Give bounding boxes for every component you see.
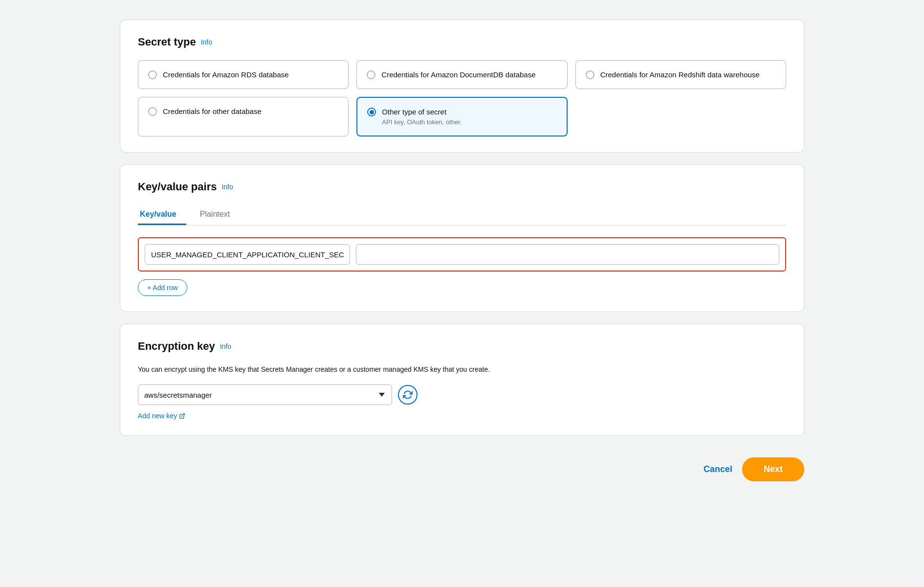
refresh-icon	[403, 390, 413, 400]
option-redshift[interactable]: Credentials for Amazon Redshift data war…	[575, 60, 786, 89]
option-other-type-sublabel: API key, OAuth token, other.	[382, 118, 462, 127]
radio-other-db	[148, 107, 157, 116]
radio-redshift	[586, 70, 594, 79]
add-new-key-label: Add new key	[138, 412, 177, 420]
option-rds[interactable]: Credentials for Amazon RDS database	[138, 60, 349, 89]
kv-tabs: Key/value Plaintext	[138, 205, 786, 226]
radio-documentdb	[367, 70, 375, 79]
option-redshift-label: Credentials for Amazon Redshift data war…	[600, 69, 760, 80]
option-other-type-label: Other type of secret API key, OAuth toke…	[382, 107, 462, 127]
kv-pairs-title: Key/value pairs	[138, 181, 217, 193]
kv-row-highlighted	[138, 237, 786, 271]
radio-other-type	[367, 108, 376, 116]
encryption-key-info-link[interactable]: Info	[220, 342, 231, 350]
kv-pairs-info-link[interactable]: Info	[221, 183, 233, 191]
encryption-key-title: Encryption key	[138, 340, 215, 353]
footer: Cancel Next	[120, 448, 804, 486]
next-button[interactable]: Next	[742, 457, 804, 481]
option-other-db-label: Credentials for other database	[163, 106, 262, 116]
option-documentdb[interactable]: Credentials for Amazon DocumentDB databa…	[356, 60, 567, 89]
secret-type-header: Secret type Info	[138, 36, 786, 48]
svg-line-0	[182, 413, 185, 416]
external-link-icon	[179, 413, 185, 419]
kv-pairs-section: Key/value pairs Info Key/value Plaintext…	[120, 164, 804, 312]
option-other-db[interactable]: Credentials for other database	[138, 97, 349, 136]
encryption-key-row: aws/secretsmanager	[138, 384, 786, 405]
page-container: Secret type Info Credentials for Amazon …	[120, 20, 804, 486]
encryption-key-select[interactable]: aws/secretsmanager	[138, 384, 392, 405]
option-documentdb-label: Credentials for Amazon DocumentDB databa…	[381, 69, 535, 80]
tab-plaintext[interactable]: Plaintext	[198, 205, 240, 225]
encryption-key-header: Encryption key Info	[138, 340, 786, 353]
encryption-key-section: Encryption key Info You can encrypt usin…	[120, 324, 804, 436]
cancel-button[interactable]: Cancel	[704, 464, 732, 474]
add-new-key-link[interactable]: Add new key	[138, 412, 786, 420]
option-rds-label: Credentials for Amazon RDS database	[163, 69, 289, 80]
kv-pairs-header: Key/value pairs Info	[138, 181, 786, 193]
kv-key-input[interactable]	[145, 244, 350, 265]
tab-keyvalue[interactable]: Key/value	[138, 205, 186, 225]
kv-value-input[interactable]	[356, 244, 779, 265]
secret-type-row2: Credentials for other database Other typ…	[138, 97, 786, 136]
secret-type-info-link[interactable]: Info	[201, 38, 212, 46]
secret-type-row1: Credentials for Amazon RDS database Cred…	[138, 60, 786, 89]
secret-type-title: Secret type	[138, 36, 196, 48]
option-other-type[interactable]: Other type of secret API key, OAuth toke…	[356, 97, 567, 136]
radio-rds	[148, 70, 157, 79]
add-row-button[interactable]: + Add row	[138, 279, 187, 296]
encryption-description: You can encrypt using the KMS key that S…	[138, 364, 786, 375]
secret-type-section: Secret type Info Credentials for Amazon …	[120, 20, 804, 153]
refresh-button[interactable]	[398, 385, 418, 405]
